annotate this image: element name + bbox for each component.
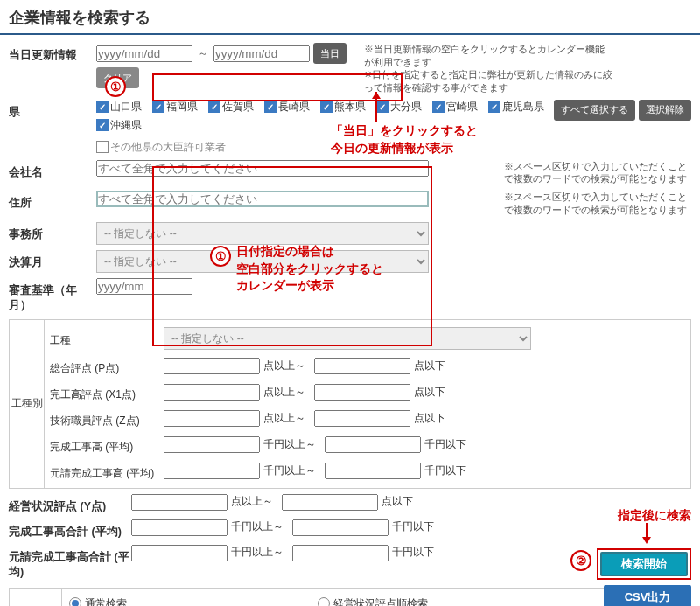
select-all-button[interactable]: すべて選択する: [554, 100, 635, 121]
csv-button[interactable]: CSV出力: [604, 585, 691, 607]
radio-normal[interactable]: 通常検索: [69, 596, 127, 607]
label-z: 技術職員評点 (Z点): [50, 409, 164, 428]
address-input[interactable]: [96, 191, 429, 207]
z-min-input[interactable]: [164, 410, 260, 427]
pref-checkbox[interactable]: ✓福岡県: [152, 100, 198, 115]
label-x1: 完工高評点 (X1点): [50, 383, 164, 402]
office-select[interactable]: -- 指定しない --: [96, 222, 429, 245]
label-moto: 元請完成工事高 (平均): [50, 462, 164, 481]
deselect-button[interactable]: 選択解除: [639, 100, 691, 121]
tilde: ～: [196, 46, 210, 61]
label-avg: 完成工事高 (平均): [50, 435, 164, 455]
sum-max-input[interactable]: [292, 519, 388, 536]
svg-marker-3: [642, 537, 651, 544]
p-min-input[interactable]: [164, 358, 260, 374]
label-type: 工種: [50, 329, 164, 348]
note-addr: ※スペース区切りで入力していただくことで複数のワードでの検索が可能となります: [499, 191, 691, 216]
radio-keiei[interactable]: 経営状況評点順検索: [318, 596, 428, 607]
moto-min-input[interactable]: [164, 463, 260, 479]
pref-checkbox[interactable]: ✓山口県: [96, 100, 142, 115]
anno-marker-2: ①: [210, 246, 231, 267]
today-button[interactable]: 当日: [313, 43, 346, 64]
z-max-input[interactable]: [314, 410, 410, 427]
date-to-input[interactable]: [214, 45, 310, 62]
label-office: 事務所: [9, 222, 96, 242]
label-motosum: 元請完成工事高合計 (平均): [9, 545, 131, 580]
row-company: 会社名 ※スペース区切りで入力していただくことで複数のワードでの検索が可能となり…: [9, 157, 691, 188]
motosum-min-input[interactable]: [131, 545, 228, 561]
label-addr: 住所: [9, 191, 96, 211]
method-block: 検索方法 通常検索 経営状況評点順検索 合計順検索 完成工事高(平均)順 工種別…: [9, 588, 691, 607]
label-kessan: 決算月: [9, 250, 96, 270]
x1-max-input[interactable]: [314, 384, 410, 401]
bytype-block: 工種別 工種 -- 指定しない -- 総合評点 (P点) 点以上～ 点以下 完工…: [9, 319, 691, 489]
anno-text-1: 「当日」をクリックすると 今日の更新情報が表示: [331, 122, 478, 157]
pref-checkbox[interactable]: ✓鹿児島県: [488, 100, 544, 115]
label-pref: 県: [9, 100, 96, 120]
bytype-side-label: 工種別: [10, 320, 45, 488]
label-shinsa: 審査基準（年月）: [9, 278, 96, 313]
sum-min-input[interactable]: [131, 519, 228, 536]
y-min-input[interactable]: [131, 494, 228, 511]
note-update: ※当日更新情報の空白をクリックするとカレンダー機能が利用できます ※日付を指定す…: [359, 43, 612, 94]
x1-min-input[interactable]: [164, 384, 260, 401]
pref-checkbox[interactable]: ✓長崎県: [264, 100, 310, 115]
label-sum: 完成工事高合計 (平均): [9, 519, 131, 540]
anno-text-3: 指定後に検索: [618, 507, 691, 525]
anno-marker-3: ②: [570, 550, 592, 571]
svg-marker-1: [372, 92, 381, 99]
motosum-max-input[interactable]: [292, 545, 388, 561]
label-y: 経営状況評点 (Y点): [9, 494, 131, 514]
shinsa-input[interactable]: [96, 278, 192, 295]
avg-min-input[interactable]: [164, 436, 260, 453]
label-company: 会社名: [9, 160, 96, 180]
pref-checkbox[interactable]: ✓佐賀県: [208, 100, 254, 115]
row-address: 住所 ※スペース区切りで入力していただくことで複数のワードでの検索が可能となりま…: [9, 188, 691, 219]
page-title: 企業情報を検索する: [0, 0, 700, 35]
search-button[interactable]: 検索開始: [600, 552, 688, 576]
y-max-input[interactable]: [282, 494, 378, 511]
moto-max-input[interactable]: [325, 463, 421, 479]
pref-checkbox[interactable]: ✓大分県: [376, 100, 422, 115]
date-from-input[interactable]: [96, 45, 192, 62]
search-form: ① 「当日」をクリックすると 今日の更新情報が表示 ① 日付指定の場合は 空白部…: [0, 35, 700, 606]
type-select[interactable]: -- 指定しない --: [164, 327, 531, 350]
pref-other-checkbox[interactable]: その他県の大臣許可業者: [96, 140, 226, 155]
pref-checkbox[interactable]: ✓宮崎県: [432, 100, 478, 115]
pref-checkbox[interactable]: ✓沖縄県: [96, 118, 142, 133]
anno-marker-1: ①: [105, 76, 126, 97]
label-p: 総合評点 (P点): [50, 357, 164, 376]
p-max-input[interactable]: [314, 358, 410, 374]
label-update: 当日更新情報: [9, 43, 96, 63]
anno-text-2: 日付指定の場合は 空白部分をクリックすると カレンダーが表示: [236, 243, 383, 295]
company-input[interactable]: [96, 160, 429, 177]
avg-max-input[interactable]: [325, 436, 421, 453]
note-company: ※スペース区切りで入力していただくことで複数のワードでの検索が可能となります: [499, 160, 691, 185]
method-side-label: 検索方法: [10, 589, 62, 607]
